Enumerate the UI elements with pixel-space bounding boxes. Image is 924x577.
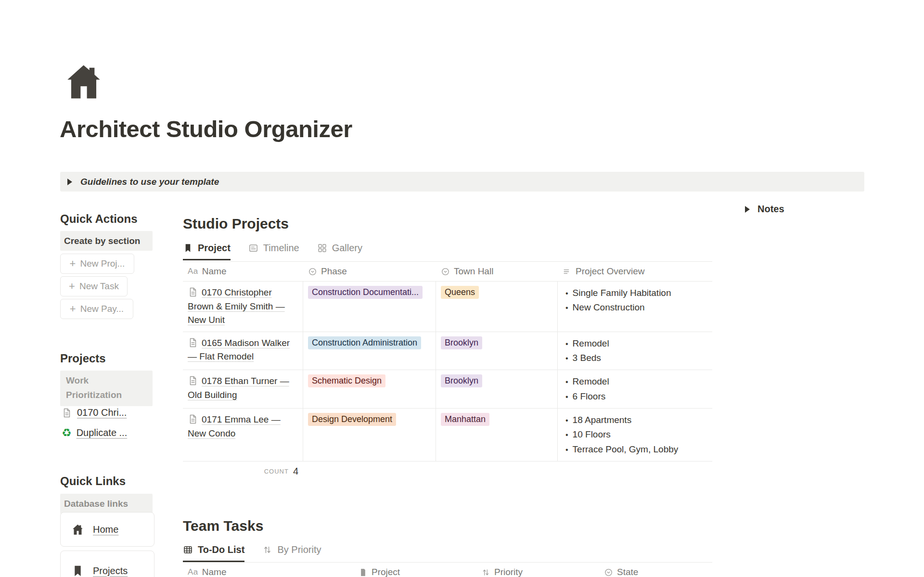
new-project-button[interactable]: New Proj... xyxy=(60,254,134,274)
phase-cell[interactable]: Design Development xyxy=(303,409,436,461)
plus-icon xyxy=(70,304,76,314)
sidebar-link-duplicate[interactable]: Duplicate ... xyxy=(62,427,127,438)
text-type-icon xyxy=(188,267,198,276)
page-solid-icon xyxy=(359,568,368,577)
phase-tag: Construction Administration xyxy=(308,336,421,349)
phase-tag: Schematic Design xyxy=(308,374,385,387)
toggle-triangle-icon xyxy=(67,179,72,185)
project-overview-cell[interactable]: Remodel 3 Beds xyxy=(558,332,712,370)
home-link-label: Home xyxy=(93,524,118,535)
projects-link-label: Projects xyxy=(93,565,128,577)
table-header-row: Name Phase Town Hall Project Overview xyxy=(183,261,712,282)
count-summary[interactable]: COUNT 4 xyxy=(183,462,303,481)
project-name-link: 0165 Madison Walker — Flat Remodel xyxy=(188,338,290,362)
town-hall-tag: Queens xyxy=(441,286,479,299)
town-hall-cell[interactable]: Brooklyn xyxy=(436,332,558,370)
page-icon xyxy=(188,375,198,386)
overview-bullet: 10 Floors xyxy=(565,427,706,442)
column-header-state[interactable]: State xyxy=(599,563,712,577)
project-name-cell[interactable]: 0170 Christopher Brown & Emily Smith — N… xyxy=(183,282,303,332)
phase-cell[interactable]: Construction Documentati... xyxy=(303,282,436,332)
create-by-section-label: Create by section xyxy=(60,231,153,251)
column-header-name[interactable]: Name xyxy=(183,563,354,577)
project-name-cell[interactable]: 0178 Ethan Turner — Old Building xyxy=(183,370,303,408)
town-hall-cell[interactable]: Manhattan xyxy=(436,409,558,461)
column-header-priority[interactable]: Priority xyxy=(476,563,599,577)
bookmark-icon xyxy=(183,243,193,253)
column-header-phase[interactable]: Phase xyxy=(303,262,436,281)
sidebar-link-project-0170[interactable]: 0170 Chri... xyxy=(62,407,127,418)
home-link-card[interactable]: Home xyxy=(60,512,154,547)
new-project-label: New Proj... xyxy=(80,258,125,269)
page-icon xyxy=(62,408,72,418)
column-header-name[interactable]: Name xyxy=(183,262,303,281)
project-overview-cell[interactable]: Remodel 6 Floors xyxy=(558,370,712,408)
tab-label: Timeline xyxy=(263,243,299,254)
table-count-row: COUNT 4 xyxy=(183,462,712,481)
new-payment-label: New Pay... xyxy=(80,304,124,314)
phase-cell[interactable]: Schematic Design xyxy=(303,370,436,408)
table-icon xyxy=(183,545,193,555)
guidelines-toggle[interactable]: Guidelines to use your template xyxy=(60,172,864,192)
team-tasks-heading: Team Tasks xyxy=(183,518,263,534)
tab-to-do-list[interactable]: To-Do List xyxy=(183,544,244,562)
sort-arrows-icon xyxy=(262,545,272,555)
studio-projects-heading: Studio Projects xyxy=(183,216,289,232)
column-header-project-overview[interactable]: Project Overview xyxy=(558,262,712,281)
project-name-cell[interactable]: 0165 Madison Walker — Flat Remodel xyxy=(183,332,303,370)
notes-label: Notes xyxy=(757,204,784,215)
studio-projects-tabs: Project Timeline Gallery xyxy=(183,243,362,260)
team-tasks-tabs: To-Do List By Priority xyxy=(183,544,321,562)
overview-bullet: Terrace Pool, Gym, Lobby xyxy=(565,442,706,457)
tab-by-priority[interactable]: By Priority xyxy=(262,544,321,562)
select-icon xyxy=(441,267,450,276)
count-value: 4 xyxy=(293,466,298,477)
projects-link-card[interactable]: Projects xyxy=(60,551,154,577)
new-payment-button[interactable]: New Pay... xyxy=(60,299,133,319)
table-row: 0165 Madison Walker — Flat Remodel Const… xyxy=(183,332,712,371)
town-hall-cell[interactable]: Queens xyxy=(436,282,558,332)
town-hall-tag: Brooklyn xyxy=(441,374,482,387)
overview-bullet: New Construction xyxy=(565,300,706,315)
database-links-label: Database links xyxy=(60,494,153,514)
phase-tag: Construction Documentati... xyxy=(308,286,423,299)
project-overview-cell[interactable]: Single Family Habitation New Constructio… xyxy=(558,282,712,332)
column-header-project[interactable]: Project xyxy=(354,563,476,577)
page-icon xyxy=(188,414,198,424)
tab-label: Project xyxy=(198,243,231,254)
count-label: COUNT xyxy=(264,468,289,475)
text-lines-icon xyxy=(563,267,572,276)
page-home-icon[interactable] xyxy=(63,61,105,103)
new-task-button[interactable]: New Task xyxy=(60,276,128,296)
select-icon xyxy=(308,267,317,276)
tab-project[interactable]: Project xyxy=(183,243,231,260)
sidebar-link-label: 0170 Chri... xyxy=(77,407,127,418)
table-row: 0170 Christopher Brown & Emily Smith — N… xyxy=(183,282,712,332)
notes-toggle[interactable]: Notes xyxy=(745,204,784,215)
tab-timeline[interactable]: Timeline xyxy=(248,243,299,260)
overview-bullet: Remodel xyxy=(565,336,706,351)
project-overview-cell[interactable]: 18 Apartments 10 Floors Terrace Pool, Gy… xyxy=(558,409,712,461)
overview-bullet: Remodel xyxy=(565,374,706,389)
tab-gallery[interactable]: Gallery xyxy=(317,243,362,260)
project-name-link: 0171 Emma Lee — New Condo xyxy=(188,414,281,438)
table-header-row: Name Project Priority State xyxy=(183,562,712,577)
project-name-link: 0178 Ethan Turner — Old Building xyxy=(188,376,289,400)
overview-bullet: 18 Apartments xyxy=(565,413,706,427)
tab-label: Gallery xyxy=(332,243,362,254)
phase-cell[interactable]: Construction Administration xyxy=(303,332,436,370)
text-type-icon xyxy=(188,567,198,577)
page-title: Architect Studio Organizer xyxy=(60,115,352,142)
work-prioritization-label: Work Prioritization xyxy=(60,371,153,406)
overview-bullet: 6 Floors xyxy=(565,389,706,404)
team-tasks-table: Name Project Priority State xyxy=(183,562,712,577)
overview-bullet: 3 Beds xyxy=(565,351,706,365)
quick-actions-heading: Quick Actions xyxy=(60,212,137,226)
plus-icon xyxy=(70,258,76,269)
page-icon xyxy=(188,337,198,348)
table-row: 0171 Emma Lee — New Condo Design Develop… xyxy=(183,409,712,462)
project-name-cell[interactable]: 0171 Emma Lee — New Condo xyxy=(183,409,303,461)
town-hall-cell[interactable]: Brooklyn xyxy=(436,370,558,408)
town-hall-tag: Manhattan xyxy=(441,413,489,426)
column-header-town-hall[interactable]: Town Hall xyxy=(436,262,558,281)
